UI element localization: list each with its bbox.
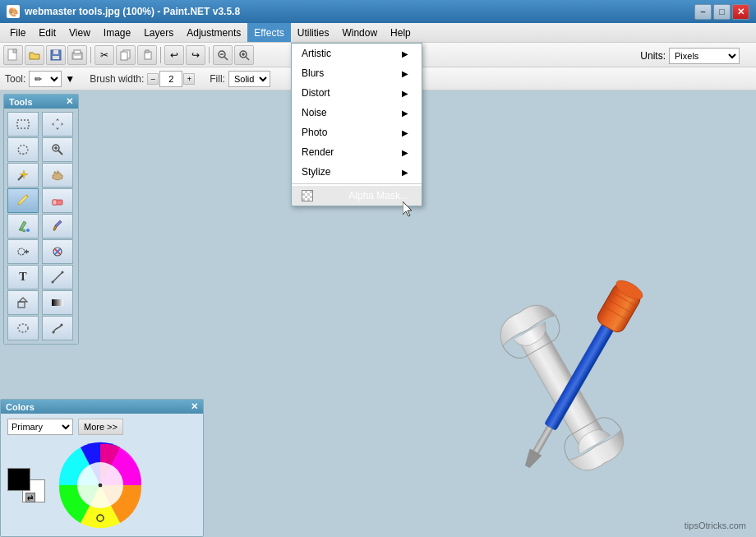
- copy-button[interactable]: [116, 45, 136, 65]
- swap-colors-button[interactable]: ⇄: [25, 493, 35, 502]
- tool-recolor[interactable]: [42, 239, 73, 264]
- tools-panel-title: Tools: [9, 97, 33, 107]
- more-colors-button[interactable]: More >>: [78, 419, 123, 435]
- tool-paint-bucket[interactable]: [7, 214, 39, 238]
- tools-svg: [452, 257, 731, 512]
- svg-point-47: [52, 331, 54, 334]
- svg-rect-43: [18, 302, 25, 308]
- menu-utilities[interactable]: Utilities: [291, 23, 336, 42]
- save-button[interactable]: [46, 45, 66, 65]
- open-button[interactable]: [25, 45, 44, 65]
- menu-view[interactable]: View: [62, 23, 97, 42]
- menu-image[interactable]: Image: [97, 23, 137, 42]
- menu-effects[interactable]: Effects: [247, 23, 290, 42]
- brush-width-decrease[interactable]: –: [147, 73, 159, 85]
- new-button[interactable]: [3, 45, 23, 65]
- brush-width-label: Brush width:: [90, 73, 144, 85]
- svg-point-51: [98, 483, 103, 488]
- distort-arrow: ▶: [402, 89, 408, 98]
- tool-dropdown-arrow[interactable]: ▼: [65, 73, 75, 85]
- menu-help[interactable]: Help: [384, 23, 417, 42]
- colors-panel: Colors ✕ Primary Secondary More >> ⇄: [0, 399, 204, 537]
- artistic-label: Artistic: [302, 48, 331, 59]
- effects-artistic[interactable]: Artistic ▶: [292, 44, 422, 63]
- menu-adjustments[interactable]: Adjustments: [180, 23, 247, 42]
- colors-panel-header: Colors ✕: [1, 400, 203, 414]
- effects-photo[interactable]: Photo ▶: [292, 123, 422, 142]
- color-swatches: ⇄: [1, 440, 203, 534]
- svg-rect-1: [13, 49, 16, 53]
- cut-button[interactable]: ✂: [94, 45, 114, 65]
- paste-button[interactable]: [137, 45, 157, 65]
- foreground-color-swatch[interactable]: [7, 468, 30, 491]
- effects-blurs[interactable]: Blurs ▶: [292, 63, 422, 83]
- title-controls: – □ ✕: [694, 4, 749, 20]
- tool-lasso[interactable]: [7, 137, 39, 162]
- separator-2: [160, 47, 161, 63]
- svg-point-41: [51, 281, 53, 284]
- svg-point-38: [18, 248, 25, 255]
- zoom-button[interactable]: [234, 45, 254, 65]
- tool-text[interactable]: T: [7, 265, 39, 289]
- tool-gradient[interactable]: [42, 290, 73, 315]
- menu-layers[interactable]: Layers: [137, 23, 180, 42]
- tool-clone-stamp[interactable]: [7, 239, 39, 264]
- stylize-label: Stylize: [302, 166, 330, 178]
- color-mode-select[interactable]: Primary Secondary: [7, 419, 73, 435]
- zoom-out-button[interactable]: [213, 45, 233, 65]
- svg-rect-45: [52, 299, 63, 306]
- menu-window[interactable]: Window: [335, 23, 384, 42]
- tools-grid: T: [4, 109, 78, 344]
- minimize-button[interactable]: –: [694, 4, 712, 20]
- tool-select[interactable]: ✏: [29, 71, 62, 87]
- print-button[interactable]: [67, 45, 87, 65]
- alpha-mask-label: Alpha Mask...: [348, 190, 408, 201]
- effects-render[interactable]: Render ▶: [292, 142, 422, 162]
- menu-separator: [292, 183, 422, 184]
- tool-zoom[interactable]: [42, 137, 73, 162]
- maximize-button[interactable]: □: [713, 4, 731, 20]
- effects-alpha-mask[interactable]: Alpha Mask...: [292, 186, 422, 206]
- tool-shapes[interactable]: [7, 290, 39, 315]
- tools-panel-close[interactable]: ✕: [66, 96, 73, 107]
- noise-label: Noise: [302, 107, 327, 118]
- tool-pan[interactable]: [42, 163, 73, 187]
- brush-width-increase[interactable]: +: [183, 73, 195, 85]
- svg-point-37: [26, 229, 30, 232]
- blurs-label: Blurs: [302, 67, 324, 79]
- tool-freeform[interactable]: [42, 316, 73, 340]
- tool-magic-wand[interactable]: [7, 163, 39, 187]
- tool-eraser[interactable]: [42, 188, 73, 213]
- redo-button[interactable]: ↪: [186, 45, 205, 65]
- tool-rect-select[interactable]: [7, 112, 39, 137]
- svg-line-13: [224, 57, 228, 60]
- tool-ellipse-select[interactable]: [7, 316, 39, 340]
- menu-bar: File Edit View Image Layers Adjustments …: [0, 23, 756, 43]
- svg-rect-36: [53, 200, 57, 205]
- colors-controls: Primary Secondary More >>: [1, 414, 203, 440]
- watermark: tipsOtricks.com: [685, 521, 746, 530]
- colors-panel-title: Colors: [6, 402, 35, 412]
- brush-width-input[interactable]: [159, 71, 182, 87]
- colors-panel-close[interactable]: ✕: [191, 401, 198, 412]
- photo-label: Photo: [302, 127, 327, 138]
- tools-image: [452, 257, 731, 512]
- tool-pencil[interactable]: [7, 188, 39, 213]
- effects-distort[interactable]: Distort ▶: [292, 83, 422, 103]
- effects-noise[interactable]: Noise ▶: [292, 103, 422, 123]
- alpha-mask-icon: [302, 190, 313, 201]
- tool-line[interactable]: [42, 265, 73, 289]
- menu-edit[interactable]: Edit: [32, 23, 62, 42]
- units-select[interactable]: Pixels Inches Centimeters: [669, 48, 740, 64]
- svg-rect-4: [53, 56, 59, 59]
- menu-file[interactable]: File: [3, 23, 32, 42]
- color-wheel[interactable]: [55, 440, 145, 530]
- fill-select[interactable]: Solid: [228, 71, 270, 87]
- tool-move[interactable]: [42, 112, 73, 137]
- effects-stylize[interactable]: Stylize ▶: [292, 162, 422, 182]
- app-icon: 🎨: [7, 5, 20, 18]
- close-button[interactable]: ✕: [732, 4, 749, 20]
- tools-panel: Tools ✕: [3, 94, 79, 345]
- undo-button[interactable]: ↩: [164, 45, 184, 65]
- tool-brush[interactable]: [42, 214, 73, 238]
